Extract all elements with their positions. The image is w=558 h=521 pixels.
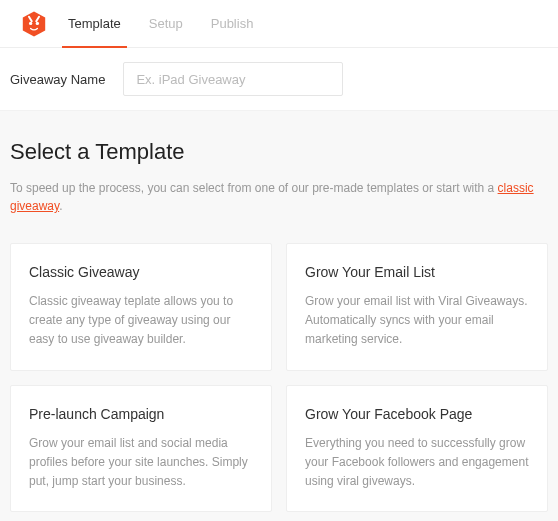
template-card-prelaunch[interactable]: Pre-launch Campaign Grow your email list… (10, 385, 272, 513)
section-title: Select a Template (10, 139, 548, 165)
card-desc: Grow your email list with Viral Giveaway… (305, 292, 529, 350)
svg-point-2 (36, 21, 39, 24)
card-desc: Classic giveaway teplate allows you to c… (29, 292, 253, 350)
template-card-facebook[interactable]: Grow Your Facebook Page Everything you n… (286, 385, 548, 513)
header: Template Setup Publish (0, 0, 558, 48)
card-title: Grow Your Facebook Page (305, 406, 529, 422)
card-desc: Everything you need to successfully grow… (305, 434, 529, 492)
logo-icon (20, 10, 48, 38)
svg-marker-0 (23, 11, 45, 36)
tab-setup[interactable]: Setup (149, 0, 183, 47)
tab-publish[interactable]: Publish (211, 0, 254, 47)
giveaway-name-input[interactable] (123, 62, 343, 96)
section-description: To speed up the process, you can select … (10, 179, 548, 215)
card-title: Pre-launch Campaign (29, 406, 253, 422)
template-card-email[interactable]: Grow Your Email List Grow your email lis… (286, 243, 548, 371)
template-section: Select a Template To speed up the proces… (0, 111, 558, 521)
tab-template[interactable]: Template (68, 0, 121, 47)
section-desc-text-post: . (59, 199, 62, 213)
card-title: Grow Your Email List (305, 264, 529, 280)
svg-point-1 (29, 21, 32, 24)
section-desc-text: To speed up the process, you can select … (10, 181, 498, 195)
card-desc: Grow your email list and social media pr… (29, 434, 253, 492)
giveaway-name-row: Giveaway Name (0, 48, 558, 111)
giveaway-name-label: Giveaway Name (10, 72, 105, 87)
card-title: Classic Giveaway (29, 264, 253, 280)
template-grid: Classic Giveaway Classic giveaway teplat… (10, 243, 548, 521)
template-card-classic[interactable]: Classic Giveaway Classic giveaway teplat… (10, 243, 272, 371)
tabs: Template Setup Publish (68, 0, 253, 47)
